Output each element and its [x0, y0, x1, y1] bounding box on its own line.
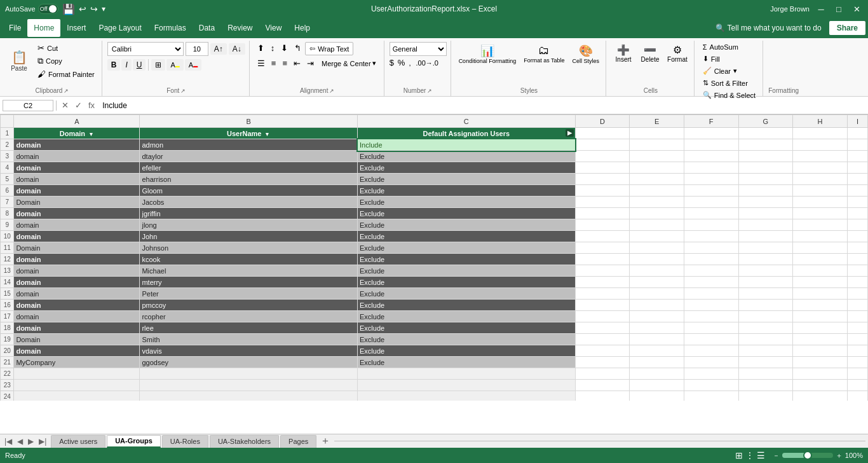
cell-reference-input[interactable] — [3, 100, 53, 111]
autosave-switch[interactable]: Off — [38, 4, 58, 14]
decrease-decimal-button[interactable]: .00→.0 — [416, 59, 438, 67]
cell-e5[interactable] — [630, 174, 684, 185]
cell-f15[interactable] — [684, 288, 738, 300]
maximize-button[interactable]: □ — [832, 3, 845, 15]
cell-h19[interactable] — [793, 334, 848, 345]
cell-domain[interactable] — [14, 391, 140, 401]
cell-username[interactable]: Jacobs — [140, 197, 358, 208]
cell-domain[interactable]: Domain — [14, 197, 140, 208]
col-header-D[interactable]: D — [575, 115, 630, 128]
cell-e4[interactable] — [630, 162, 684, 174]
cell-e10[interactable] — [630, 231, 684, 242]
cell-e9[interactable] — [630, 219, 684, 231]
cell-status[interactable]: Exclude — [358, 174, 576, 185]
cell-e6[interactable] — [630, 185, 684, 197]
comma-button[interactable]: , — [409, 59, 410, 67]
cell-username[interactable] — [140, 391, 358, 401]
font-size-input[interactable] — [186, 42, 208, 56]
cell-g1[interactable] — [738, 128, 793, 139]
align-middle-button[interactable]: ↕ — [268, 42, 278, 55]
cell-g21[interactable] — [738, 357, 793, 368]
clear-button[interactable]: 🧹 Clear ▾ — [700, 66, 740, 76]
cell-status[interactable]: Exclude — [358, 322, 576, 334]
cell-d19[interactable] — [575, 334, 630, 345]
sort-filter-button[interactable]: ⇅ Sort & Filter — [700, 78, 751, 88]
cell-i8[interactable] — [847, 208, 867, 219]
cell-username[interactable]: rlee — [140, 322, 358, 334]
zoom-in-button[interactable]: ＋ — [836, 451, 843, 460]
menu-page-layout[interactable]: Page Layout — [92, 19, 147, 37]
cell-g22[interactable] — [738, 368, 793, 380]
cell-d16[interactable] — [575, 300, 630, 311]
cell-f23[interactable] — [684, 380, 738, 391]
text-direction-button[interactable]: ↰ — [292, 42, 304, 55]
cell-h17[interactable] — [793, 311, 848, 322]
cell-g2[interactable] — [738, 139, 793, 151]
cell-username[interactable]: Gloom — [140, 185, 358, 197]
col-header-E[interactable]: E — [630, 115, 684, 128]
cell-f21[interactable] — [684, 357, 738, 368]
cell-f8[interactable] — [684, 208, 738, 219]
cell-status[interactable]: Exclude — [358, 208, 576, 219]
cell-e23[interactable] — [630, 380, 684, 391]
cell-domain[interactable]: domain — [14, 219, 140, 231]
cut-button[interactable]: ✂ Cut — [34, 42, 98, 54]
cell-username[interactable] — [140, 380, 358, 391]
cell-f16[interactable] — [684, 300, 738, 311]
format-as-table-button[interactable]: 🗂 Format as Table — [521, 42, 567, 66]
merge-dropdown-icon[interactable]: ▾ — [372, 59, 376, 67]
cell-i23[interactable] — [847, 380, 867, 391]
increase-indent-button[interactable]: ⇥ — [304, 57, 316, 69]
cell-d13[interactable] — [575, 265, 630, 277]
cell-username[interactable]: efeller — [140, 162, 358, 174]
confirm-formula-button[interactable]: ✓ — [72, 100, 85, 111]
autosum-button[interactable]: Σ AutoSum — [700, 42, 742, 52]
number-format-select[interactable]: General — [390, 42, 447, 56]
cell-h2[interactable] — [793, 139, 848, 151]
col-c-expand-icon[interactable]: ▶ — [566, 129, 574, 137]
cell-status[interactable]: Exclude — [358, 197, 576, 208]
cell-i4[interactable] — [847, 162, 867, 174]
sheet-view-icons[interactable]: ⊞ ⋮ ☰ — [735, 450, 765, 460]
menu-insert[interactable]: Insert — [60, 19, 92, 37]
cell-g13[interactable] — [738, 265, 793, 277]
cell-domain[interactable]: MyCompany — [14, 357, 140, 368]
cell-domain[interactable] — [14, 380, 140, 391]
cancel-formula-button[interactable]: ✕ — [59, 100, 71, 111]
cell-e18[interactable] — [630, 322, 684, 334]
grid-container[interactable]: A B C D E F G H I 1 Domain ▾ — [0, 114, 868, 401]
cell-i17[interactable] — [847, 311, 867, 322]
cell-status[interactable]: Exclude — [358, 231, 576, 242]
cell-domain[interactable]: domain — [14, 139, 140, 151]
cell-i3[interactable] — [847, 151, 867, 162]
delete-cells-button[interactable]: ➖ Delete — [638, 42, 662, 65]
cell-status[interactable]: Exclude — [358, 185, 576, 197]
menu-formulas[interactable]: Formulas — [148, 19, 193, 37]
cell-domain[interactable]: domain — [14, 151, 140, 162]
cell-i20[interactable] — [847, 345, 867, 357]
cell-h21[interactable] — [793, 357, 848, 368]
cell-i10[interactable] — [847, 231, 867, 242]
cell-f1[interactable] — [684, 128, 738, 139]
cell-f18[interactable] — [684, 322, 738, 334]
cell-e19[interactable] — [630, 334, 684, 345]
add-sheet-button[interactable]: ＋ — [316, 434, 334, 448]
cell-h3[interactable] — [793, 151, 848, 162]
cell-domain[interactable]: domain — [14, 174, 140, 185]
next-sheet-button[interactable]: ▶ — [26, 437, 36, 446]
cell-d15[interactable] — [575, 288, 630, 300]
zoom-thumb[interactable] — [803, 451, 812, 460]
cell-i22[interactable] — [847, 368, 867, 380]
cell-d7[interactable] — [575, 197, 630, 208]
merge-center-button[interactable]: Merge & Center ▾ — [318, 57, 380, 69]
cell-d5[interactable] — [575, 174, 630, 185]
alignment-expand-icon[interactable]: ↗ — [329, 88, 334, 94]
cell-status[interactable] — [358, 391, 576, 401]
cell-d14[interactable] — [575, 277, 630, 288]
cell-g20[interactable] — [738, 345, 793, 357]
cell-domain[interactable]: domain — [14, 288, 140, 300]
autosave-toggle[interactable]: AutoSave Off — [5, 4, 58, 14]
cell-i15[interactable] — [847, 288, 867, 300]
cell-g9[interactable] — [738, 219, 793, 231]
cell-status[interactable]: Exclude — [358, 162, 576, 174]
